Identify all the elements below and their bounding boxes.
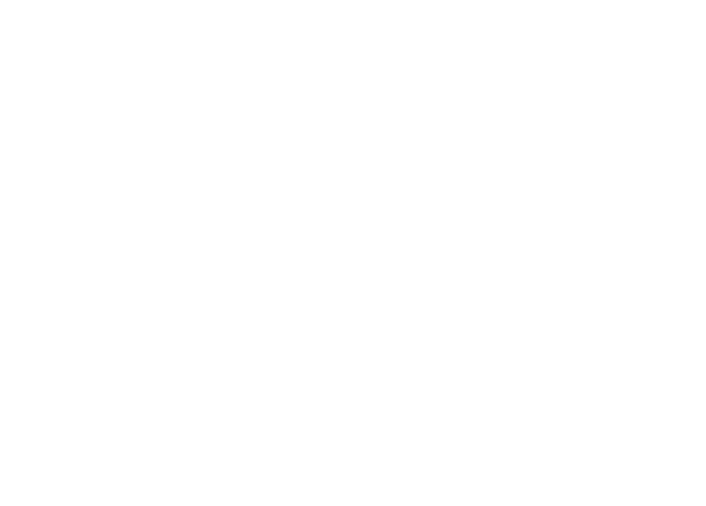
diagram <box>0 0 706 506</box>
